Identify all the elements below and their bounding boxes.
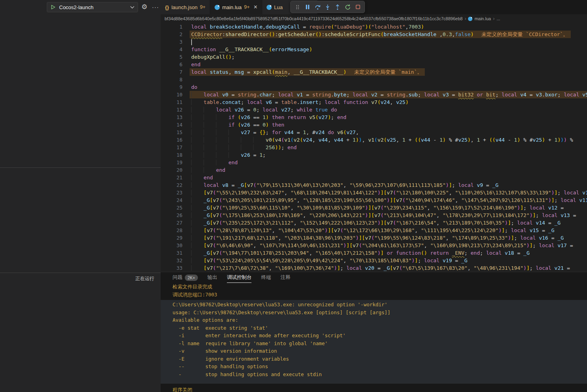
line-number[interactable]: 22 bbox=[161, 181, 182, 189]
line-number[interactable]: 25 bbox=[161, 204, 182, 211]
line-number[interactable]: 19 bbox=[161, 159, 182, 166]
line-number[interactable]: 6 bbox=[161, 61, 182, 68]
line-number[interactable]: 16 bbox=[161, 136, 182, 144]
code-line: 26 _G[v7("\175\186\253\180\178\169", "\2… bbox=[161, 211, 587, 219]
editor-group: {} launch.json 9+ main.lua 9+ × Lua bbox=[161, 0, 587, 392]
lua-file-icon bbox=[215, 5, 220, 10]
code-line: 31 _G[v7("\194\77\101\178\251\203\94", "… bbox=[161, 249, 587, 257]
code-text: _G[v7("\175\186\253\180\178\169", "\220\… bbox=[190, 211, 579, 219]
tab-bar: {} launch.json 9+ main.lua 9+ × Lua bbox=[161, 0, 587, 14]
code-text: [v7("\53\224\205\5\54\50\228\205\9\49\42… bbox=[190, 257, 470, 264]
line-number[interactable]: 9 bbox=[161, 83, 182, 91]
sidebar-section-divider[interactable] bbox=[0, 273, 161, 273]
step-out-icon[interactable] bbox=[333, 3, 342, 12]
line-number[interactable]: 2 bbox=[161, 31, 182, 38]
panel-tab-comments[interactable]: 注释 bbox=[280, 272, 290, 283]
line-number[interactable]: 8 bbox=[161, 76, 182, 83]
code-text: [v7("\28\78\87\120\13", "\104\47\53\20")… bbox=[190, 227, 557, 234]
code-text: local breakSocketHandle,debugXpCall = re… bbox=[190, 23, 426, 31]
line-number[interactable]: 28 bbox=[161, 227, 182, 234]
breadcrumb-separator: › bbox=[464, 16, 466, 21]
inline-diagnostic: 未定义的全局变量 `main`。 bbox=[354, 69, 422, 75]
debug-config-dropdown[interactable]: Cocos2-launch bbox=[47, 2, 138, 12]
running-status: 正在运行 bbox=[135, 275, 154, 282]
line-number[interactable]: 17 bbox=[161, 144, 182, 151]
line-number[interactable]: 7 bbox=[161, 68, 182, 76]
close-icon[interactable]: × bbox=[254, 4, 257, 10]
panel-tab-terminal[interactable]: 终端 bbox=[261, 272, 271, 283]
line-number[interactable]: 23 bbox=[161, 189, 182, 196]
line-number[interactable]: 20 bbox=[161, 166, 182, 174]
restart-icon[interactable] bbox=[343, 3, 352, 12]
line-number[interactable]: 26 bbox=[161, 211, 182, 219]
lua-file-icon bbox=[267, 5, 272, 10]
line-number[interactable]: 21 bbox=[161, 174, 182, 181]
breadcrumb-file[interactable]: main.lua bbox=[474, 16, 491, 21]
braces-icon: {} bbox=[165, 4, 169, 10]
breadcrumb[interactable]: bf34d88e43685d6b540e5c80e8e6a1fe5f40b897… bbox=[161, 14, 587, 23]
line-number[interactable]: 31 bbox=[161, 249, 182, 257]
gear-icon[interactable]: ⚙ bbox=[140, 2, 149, 12]
line-number[interactable]: 4 bbox=[161, 46, 182, 53]
line-number[interactable]: 30 bbox=[161, 242, 182, 249]
line-number[interactable]: 10 bbox=[161, 91, 182, 98]
more-actions-icon[interactable]: ··· bbox=[151, 2, 160, 12]
line-number[interactable]: 18 bbox=[161, 151, 182, 159]
tab-label: launch.json bbox=[171, 4, 198, 10]
step-over-icon[interactable] bbox=[313, 3, 322, 12]
line-number[interactable]: 5 bbox=[161, 53, 182, 61]
inline-diagnostic: 未定义的全局变量 `CCDirector`。 bbox=[481, 31, 568, 37]
console-line: -e stat execute string 'stat' bbox=[161, 324, 587, 332]
stop-icon[interactable] bbox=[353, 3, 362, 12]
line-number[interactable]: 15 bbox=[161, 129, 182, 136]
chevron-down-icon bbox=[130, 6, 134, 9]
line-number[interactable]: 29 bbox=[161, 234, 182, 242]
code-line: 17 256)); end bbox=[161, 144, 587, 151]
tab-main-lua[interactable]: main.lua 9+ × bbox=[210, 0, 262, 14]
code-text bbox=[190, 38, 194, 46]
step-into-icon[interactable] bbox=[323, 3, 332, 12]
panel-tab-label: 调试控制台 bbox=[227, 274, 252, 281]
panel-tab-output[interactable]: 输出 bbox=[207, 272, 217, 283]
code-text: [v7("\217\7\68\72\38", "\169\100\37\36\7… bbox=[190, 264, 572, 272]
line-number[interactable]: 32 bbox=[161, 257, 182, 264]
code-line: 11 table.concat; local v6 = table.insert… bbox=[161, 98, 587, 106]
console-output[interactable]: 检索文件目录完成调试消息端口:7003C:\Users\98762\Deskto… bbox=[161, 283, 587, 392]
code-line: 12 local v26 = 0; local v27; while true … bbox=[161, 106, 587, 113]
console-block: C:\Users\98762\Desktop\reserve\lua53.exe… bbox=[161, 300, 587, 384]
breadcrumb-hash[interactable]: bf34d88e43685d6b540e5c80e8e6a1fe5f40b897… bbox=[165, 16, 462, 21]
panel-tab-bar: 问题 2K+ 输出 调试控制台 终端 注释 bbox=[161, 272, 587, 283]
sidebar-section-divider[interactable] bbox=[0, 167, 161, 168]
line-number[interactable]: 33 bbox=[161, 264, 182, 272]
code-text: _G[v7("\194\77\101\178\251\203\94", "\16… bbox=[190, 249, 532, 257]
debug-config-label: Cocos2-launch bbox=[59, 4, 127, 10]
line-number[interactable]: 1 bbox=[161, 23, 182, 31]
play-icon[interactable] bbox=[50, 4, 56, 10]
toolbar-grip-icon[interactable] bbox=[293, 3, 302, 12]
line-number[interactable]: 12 bbox=[161, 106, 182, 113]
code-line: 9do bbox=[161, 83, 587, 91]
panel-tab-label: 输出 bbox=[207, 274, 217, 281]
code-lines: 1local breakSocketHandle,debugXpCall = r… bbox=[161, 23, 587, 272]
code-line: 20 end bbox=[161, 166, 587, 174]
code-line: 27 _G[v7("\235\225\172\3\21\112", "\152\… bbox=[161, 219, 587, 227]
line-number[interactable]: 14 bbox=[161, 121, 182, 129]
line-number[interactable]: 13 bbox=[161, 113, 182, 121]
tab-launch-json[interactable]: {} launch.json 9+ bbox=[161, 0, 210, 14]
console-line: -l name require library 'name' into glob… bbox=[161, 340, 587, 348]
panel-tab-debug-console[interactable]: 调试控制台 bbox=[227, 272, 252, 283]
line-number[interactable]: 27 bbox=[161, 219, 182, 227]
line-number[interactable]: 3 bbox=[161, 38, 182, 46]
code-text: v26 = 1; bbox=[190, 151, 268, 159]
line-number[interactable]: 11 bbox=[161, 98, 182, 106]
breadcrumb-more[interactable]: ... bbox=[497, 16, 500, 21]
console-line: - stop handling options and execute stdi… bbox=[161, 371, 587, 379]
pause-icon[interactable] bbox=[303, 3, 312, 12]
code-text: _G[v7("\109\25\35\60\115\10", "\30\109\8… bbox=[190, 204, 566, 211]
line-number[interactable]: 24 bbox=[161, 196, 182, 204]
code-editor[interactable]: 1local breakSocketHandle,debugXpCall = r… bbox=[161, 23, 587, 272]
code-line: 32 [v7("\53\224\205\5\54\50\228\205\9\49… bbox=[161, 257, 587, 264]
code-text bbox=[190, 76, 194, 83]
code-line: 4function __G__TRACKBACK__(errorMessage) bbox=[161, 46, 587, 53]
panel-tab-problems[interactable]: 问题 2K+ bbox=[173, 272, 198, 283]
